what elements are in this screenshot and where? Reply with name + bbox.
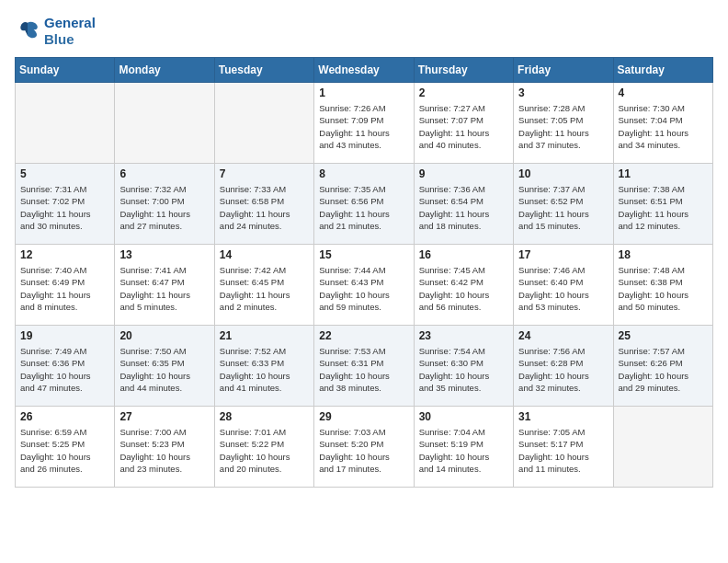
- calendar-cell: 19Sunrise: 7:49 AM Sunset: 6:36 PM Dayli…: [16, 326, 115, 407]
- calendar-cell: 11Sunrise: 7:38 AM Sunset: 6:51 PM Dayli…: [613, 164, 712, 245]
- calendar-cell: 26Sunrise: 6:59 AM Sunset: 5:25 PM Dayli…: [16, 407, 115, 488]
- calendar-cell: 20Sunrise: 7:50 AM Sunset: 6:35 PM Dayli…: [115, 326, 214, 407]
- calendar-table: SundayMondayTuesdayWednesdayThursdayFrid…: [15, 57, 713, 488]
- day-number: 10: [518, 167, 608, 180]
- sun-info: Sunrise: 7:45 AM Sunset: 6:42 PM Dayligh…: [419, 264, 508, 313]
- weekday-header-saturday: Saturday: [613, 58, 712, 83]
- weekday-header-monday: Monday: [115, 58, 214, 83]
- day-number: 2: [419, 86, 508, 99]
- sun-info: Sunrise: 7:42 AM Sunset: 6:45 PM Dayligh…: [220, 264, 309, 313]
- sun-info: Sunrise: 7:00 AM Sunset: 5:23 PM Dayligh…: [119, 426, 209, 475]
- calendar-cell: 15Sunrise: 7:44 AM Sunset: 6:43 PM Dayli…: [314, 245, 414, 326]
- sun-info: Sunrise: 7:56 AM Sunset: 6:28 PM Dayligh…: [518, 345, 608, 394]
- sun-info: Sunrise: 7:41 AM Sunset: 6:47 PM Dayligh…: [119, 264, 209, 313]
- sun-info: Sunrise: 6:59 AM Sunset: 5:25 PM Dayligh…: [20, 426, 109, 475]
- day-number: 15: [319, 248, 408, 261]
- sun-info: Sunrise: 7:01 AM Sunset: 5:22 PM Dayligh…: [220, 426, 309, 475]
- calendar-cell: [613, 407, 712, 488]
- sun-info: Sunrise: 7:03 AM Sunset: 5:20 PM Dayligh…: [319, 426, 408, 475]
- day-number: 22: [319, 329, 408, 342]
- calendar-cell: 6Sunrise: 7:32 AM Sunset: 7:00 PM Daylig…: [115, 164, 214, 245]
- calendar-week-5: 26Sunrise: 6:59 AM Sunset: 5:25 PM Dayli…: [16, 407, 713, 488]
- sun-info: Sunrise: 7:49 AM Sunset: 6:36 PM Dayligh…: [20, 345, 109, 394]
- day-number: 23: [419, 329, 508, 342]
- calendar-cell: 8Sunrise: 7:35 AM Sunset: 6:56 PM Daylig…: [314, 164, 414, 245]
- calendar-cell: 3Sunrise: 7:28 AM Sunset: 7:05 PM Daylig…: [514, 83, 613, 164]
- calendar-cell: 21Sunrise: 7:52 AM Sunset: 6:33 PM Dayli…: [214, 326, 313, 407]
- day-number: 31: [518, 410, 608, 423]
- calendar-cell: 27Sunrise: 7:00 AM Sunset: 5:23 PM Dayli…: [115, 407, 214, 488]
- day-number: 19: [20, 329, 109, 342]
- sun-info: Sunrise: 7:57 AM Sunset: 6:26 PM Dayligh…: [619, 345, 708, 394]
- day-number: 3: [518, 86, 608, 99]
- calendar-cell: 23Sunrise: 7:54 AM Sunset: 6:30 PM Dayli…: [414, 326, 513, 407]
- day-number: 27: [119, 410, 209, 423]
- sun-info: Sunrise: 7:31 AM Sunset: 7:02 PM Dayligh…: [20, 183, 109, 232]
- sun-info: Sunrise: 7:50 AM Sunset: 6:35 PM Dayligh…: [119, 345, 209, 394]
- sun-info: Sunrise: 7:52 AM Sunset: 6:33 PM Dayligh…: [220, 345, 309, 394]
- calendar-cell: 29Sunrise: 7:03 AM Sunset: 5:20 PM Dayli…: [314, 407, 414, 488]
- day-number: 7: [220, 167, 309, 180]
- calendar-cell: 24Sunrise: 7:56 AM Sunset: 6:28 PM Dayli…: [514, 326, 613, 407]
- day-number: 6: [119, 167, 209, 180]
- day-number: 26: [20, 410, 109, 423]
- day-number: 24: [518, 329, 608, 342]
- logo-text: General Blue: [44, 15, 96, 48]
- day-number: 17: [518, 248, 608, 261]
- sun-info: Sunrise: 7:38 AM Sunset: 6:51 PM Dayligh…: [619, 183, 708, 232]
- calendar-cell: 18Sunrise: 7:48 AM Sunset: 6:38 PM Dayli…: [613, 245, 712, 326]
- sun-info: Sunrise: 7:27 AM Sunset: 7:07 PM Dayligh…: [419, 102, 508, 151]
- day-number: 9: [419, 167, 508, 180]
- day-number: 12: [20, 248, 109, 261]
- calendar-cell: 22Sunrise: 7:53 AM Sunset: 6:31 PM Dayli…: [314, 326, 414, 407]
- calendar-cell: 4Sunrise: 7:30 AM Sunset: 7:04 PM Daylig…: [613, 83, 712, 164]
- calendar-cell: [16, 83, 115, 164]
- calendar-cell: 13Sunrise: 7:41 AM Sunset: 6:47 PM Dayli…: [115, 245, 214, 326]
- page-header: General Blue: [15, 15, 713, 48]
- calendar-cell: 16Sunrise: 7:45 AM Sunset: 6:42 PM Dayli…: [414, 245, 513, 326]
- calendar-week-1: 1Sunrise: 7:26 AM Sunset: 7:09 PM Daylig…: [16, 83, 713, 164]
- calendar-header-row: SundayMondayTuesdayWednesdayThursdayFrid…: [16, 58, 713, 83]
- calendar-cell: 5Sunrise: 7:31 AM Sunset: 7:02 PM Daylig…: [16, 164, 115, 245]
- day-number: 8: [319, 167, 408, 180]
- calendar-cell: 25Sunrise: 7:57 AM Sunset: 6:26 PM Dayli…: [613, 326, 712, 407]
- calendar-cell: 2Sunrise: 7:27 AM Sunset: 7:07 PM Daylig…: [414, 83, 513, 164]
- day-number: 30: [419, 410, 508, 423]
- day-number: 13: [119, 248, 209, 261]
- sun-info: Sunrise: 7:33 AM Sunset: 6:58 PM Dayligh…: [220, 183, 309, 232]
- sun-info: Sunrise: 7:37 AM Sunset: 6:52 PM Dayligh…: [518, 183, 608, 232]
- calendar-cell: 30Sunrise: 7:04 AM Sunset: 5:19 PM Dayli…: [414, 407, 513, 488]
- day-number: 11: [619, 167, 708, 180]
- sun-info: Sunrise: 7:35 AM Sunset: 6:56 PM Dayligh…: [319, 183, 408, 232]
- day-number: 4: [619, 86, 708, 99]
- calendar-cell: 7Sunrise: 7:33 AM Sunset: 6:58 PM Daylig…: [214, 164, 313, 245]
- weekday-header-friday: Friday: [514, 58, 613, 83]
- sun-info: Sunrise: 7:26 AM Sunset: 7:09 PM Dayligh…: [319, 102, 408, 151]
- calendar-cell: 28Sunrise: 7:01 AM Sunset: 5:22 PM Dayli…: [214, 407, 313, 488]
- logo: General Blue: [15, 15, 96, 48]
- logo-icon: [15, 18, 40, 44]
- sun-info: Sunrise: 7:28 AM Sunset: 7:05 PM Dayligh…: [518, 102, 608, 151]
- calendar-week-4: 19Sunrise: 7:49 AM Sunset: 6:36 PM Dayli…: [16, 326, 713, 407]
- calendar-cell: 14Sunrise: 7:42 AM Sunset: 6:45 PM Dayli…: [214, 245, 313, 326]
- sun-info: Sunrise: 7:04 AM Sunset: 5:19 PM Dayligh…: [419, 426, 508, 475]
- weekday-header-wednesday: Wednesday: [314, 58, 414, 83]
- calendar-cell: 10Sunrise: 7:37 AM Sunset: 6:52 PM Dayli…: [514, 164, 613, 245]
- sun-info: Sunrise: 7:36 AM Sunset: 6:54 PM Dayligh…: [419, 183, 508, 232]
- sun-info: Sunrise: 7:05 AM Sunset: 5:17 PM Dayligh…: [518, 426, 608, 475]
- day-number: 29: [319, 410, 408, 423]
- day-number: 20: [119, 329, 209, 342]
- calendar-cell: [115, 83, 214, 164]
- day-number: 5: [20, 167, 109, 180]
- calendar-cell: 12Sunrise: 7:40 AM Sunset: 6:49 PM Dayli…: [16, 245, 115, 326]
- weekday-header-tuesday: Tuesday: [214, 58, 313, 83]
- calendar-cell: [214, 83, 313, 164]
- sun-info: Sunrise: 7:40 AM Sunset: 6:49 PM Dayligh…: [20, 264, 109, 313]
- day-number: 18: [619, 248, 708, 261]
- calendar-cell: 17Sunrise: 7:46 AM Sunset: 6:40 PM Dayli…: [514, 245, 613, 326]
- day-number: 16: [419, 248, 508, 261]
- sun-info: Sunrise: 7:53 AM Sunset: 6:31 PM Dayligh…: [319, 345, 408, 394]
- day-number: 1: [319, 86, 408, 99]
- sun-info: Sunrise: 7:32 AM Sunset: 7:00 PM Dayligh…: [119, 183, 209, 232]
- calendar-cell: 31Sunrise: 7:05 AM Sunset: 5:17 PM Dayli…: [514, 407, 613, 488]
